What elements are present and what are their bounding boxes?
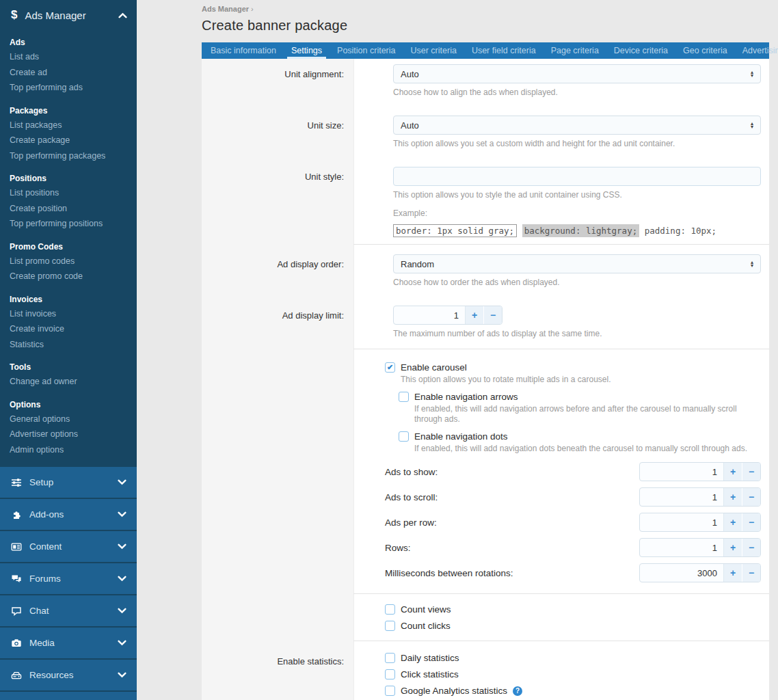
sidebar-group-tools: Tools Change ad owner xyxy=(0,362,137,390)
sidebar-item-create-promo-code[interactable]: Create promo code xyxy=(10,269,127,284)
count-clicks-label: Count clicks xyxy=(401,621,451,631)
sidebar-item-list-positions[interactable]: List positions xyxy=(10,185,127,201)
breadcrumb: Ads Manager› xyxy=(202,5,769,13)
code-background-sample: background: lightgray; xyxy=(522,224,640,237)
ad-display-limit-input[interactable] xyxy=(394,306,465,324)
sidebar-item-create-package[interactable]: Create package xyxy=(10,133,127,148)
unit-style-input[interactable] xyxy=(393,167,761,186)
sidebar-module-communication[interactable]: Communication xyxy=(0,690,137,700)
increment-button[interactable]: + xyxy=(465,306,483,324)
rows-input[interactable] xyxy=(640,539,723,556)
sidebar-item-advertiser-options[interactable]: Advertiser options xyxy=(10,427,127,442)
sidebar-module-resources[interactable]: Resources xyxy=(0,658,137,690)
increment-button[interactable]: + xyxy=(723,463,742,481)
breadcrumb-ads-manager-link[interactable]: Ads Manager xyxy=(202,5,249,13)
increment-button[interactable]: + xyxy=(723,513,742,531)
sidebar-item-statistics[interactable]: Statistics xyxy=(10,337,127,353)
sidebar-item-top-performing-ads[interactable]: Top performing ads xyxy=(10,80,127,96)
unit-style-help: This option allows you to style the ad u… xyxy=(393,190,761,200)
enable-navigation-arrows-checkbox[interactable] xyxy=(399,392,409,402)
milliseconds-stepper: + − xyxy=(639,563,761,582)
sidebar-module-label: Forums xyxy=(29,574,61,584)
count-clicks-checkbox[interactable] xyxy=(385,621,395,631)
sidebar-module-content[interactable]: Content xyxy=(0,530,137,562)
ads-to-show-label: Ads to show: xyxy=(385,467,438,477)
sidebar-group-packages: Packages List packages Create package To… xyxy=(0,106,137,164)
decrement-button[interactable]: − xyxy=(483,306,502,324)
tab-position-criteria[interactable]: Position criteria xyxy=(330,42,403,59)
page-title: Create banner package xyxy=(202,18,769,33)
sidebar-module-chat[interactable]: Chat xyxy=(0,594,137,626)
select-caret-icon: ▴▾ xyxy=(751,260,753,267)
click-statistics-checkbox[interactable] xyxy=(385,669,395,679)
unit-style-example-label: Example: xyxy=(393,208,761,219)
chat-bubble-icon xyxy=(10,605,22,617)
sidebar-item-create-position[interactable]: Create position xyxy=(10,201,127,217)
chevron-down-icon xyxy=(118,576,126,582)
increment-button[interactable]: + xyxy=(723,564,742,582)
sidebar-item-list-promo-codes[interactable]: List promo codes xyxy=(10,254,127,269)
ad-display-order-label: Ad display order: xyxy=(202,254,353,288)
tab-user-criteria[interactable]: User criteria xyxy=(403,42,464,59)
ads-per-row-label: Ads per row: xyxy=(385,517,437,528)
sidebar-module-forums[interactable]: Forums xyxy=(0,562,137,594)
tab-settings[interactable]: Settings xyxy=(284,42,330,59)
unit-alignment-help: Choose how to align the ads when display… xyxy=(393,88,761,98)
sidebar-module-media[interactable]: Media xyxy=(0,626,137,658)
increment-button[interactable]: + xyxy=(723,488,742,506)
count-views-checkbox[interactable] xyxy=(385,604,395,615)
chevron-up-icon[interactable] xyxy=(118,12,127,18)
enable-carousel-checkbox[interactable] xyxy=(385,362,395,373)
ad-display-order-select[interactable]: Random ▴▾ xyxy=(393,254,761,273)
sidebar-item-general-options[interactable]: General options xyxy=(10,412,127,427)
sidebar-group-invoices: Invoices List invoices Create invoice St… xyxy=(0,295,137,353)
decrement-button[interactable]: − xyxy=(742,513,760,531)
breadcrumb-separator: › xyxy=(251,5,254,13)
help-icon[interactable]: ? xyxy=(513,686,522,696)
unit-size-select[interactable]: Auto ▴▾ xyxy=(393,116,761,135)
chevron-down-icon xyxy=(118,479,126,485)
sidebar-item-list-ads[interactable]: List ads xyxy=(10,49,127,65)
sidebar-module-setup[interactable]: Setup xyxy=(0,466,137,498)
tab-page-criteria[interactable]: Page criteria xyxy=(544,42,606,59)
sidebar-item-list-invoices[interactable]: List invoices xyxy=(10,306,127,322)
enable-navigation-arrows-label: Enable navigation arrows xyxy=(414,392,518,402)
decrement-button[interactable]: − xyxy=(742,539,760,556)
unit-size-help: This option allows you set a custom widt… xyxy=(393,139,761,149)
unit-style-label: Unit style: xyxy=(202,167,353,244)
sidebar-item-admin-options[interactable]: Admin options xyxy=(10,442,127,458)
unit-alignment-select[interactable]: Auto ▴▾ xyxy=(393,64,761,83)
decrement-button[interactable]: − xyxy=(742,488,760,506)
ads-to-show-input[interactable] xyxy=(640,463,723,481)
daily-statistics-checkbox[interactable] xyxy=(385,653,395,663)
increment-button[interactable]: + xyxy=(723,539,742,556)
sidebar-item-create-invoice[interactable]: Create invoice xyxy=(10,321,127,337)
decrement-button[interactable]: − xyxy=(742,564,760,582)
sidebar-item-top-performing-packages[interactable]: Top performing packages xyxy=(10,148,127,164)
decrement-button[interactable]: − xyxy=(742,463,760,481)
tab-basic-information[interactable]: Basic information xyxy=(203,42,284,59)
sidebar-group-title: Invoices xyxy=(10,295,127,304)
ads-per-row-input[interactable] xyxy=(640,513,723,531)
newspaper-icon xyxy=(10,541,22,552)
sidebar-item-list-packages[interactable]: List packages xyxy=(10,118,127,133)
rows-stepper: + − xyxy=(639,538,761,557)
tab-bar: Basic information Settings Position crit… xyxy=(202,42,769,59)
google-analytics-statistics-checkbox[interactable] xyxy=(385,686,395,696)
tab-geo-criteria[interactable]: Geo criteria xyxy=(675,42,735,59)
ad-display-limit-stepper: + − xyxy=(393,306,502,325)
tab-user-field-criteria[interactable]: User field criteria xyxy=(464,42,544,59)
sidebar-item-create-ad[interactable]: Create ad xyxy=(10,65,127,81)
ads-to-scroll-input[interactable] xyxy=(640,488,723,506)
sidebar-module-add-ons[interactable]: Add-ons xyxy=(0,498,137,530)
sidebar-item-top-performing-positions[interactable]: Top performing positions xyxy=(10,216,127,232)
ad-display-limit-help: The maximum number of ads to display at … xyxy=(393,329,761,339)
tab-device-criteria[interactable]: Device criteria xyxy=(606,42,675,59)
daily-statistics-label: Daily statistics xyxy=(401,653,459,663)
sidebar-app-header[interactable]: $ Ads Manager xyxy=(0,0,137,27)
milliseconds-input[interactable] xyxy=(640,564,723,582)
sidebar-item-change-ad-owner[interactable]: Change ad owner xyxy=(10,374,127,390)
tab-advertising[interactable]: Advertising xyxy=(735,42,778,59)
code-padding-sample: padding: 10px; xyxy=(645,226,716,236)
enable-navigation-dots-checkbox[interactable] xyxy=(399,431,409,442)
